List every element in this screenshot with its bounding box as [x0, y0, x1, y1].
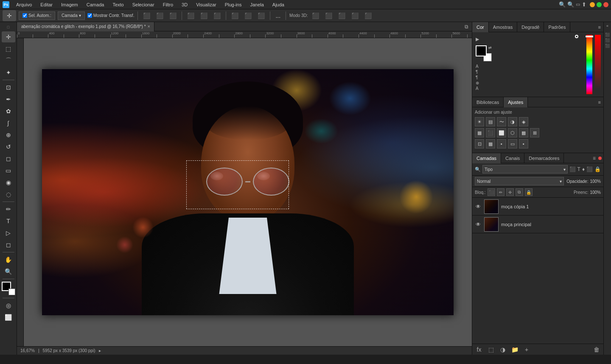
new-layer-icon[interactable]: + [522, 345, 531, 354]
vibrance-btn[interactable]: ◈ [519, 117, 528, 126]
delete-layer-icon[interactable]: 🗑 [592, 345, 601, 354]
menu-arquivo[interactable]: Arquivo [14, 1, 34, 8]
maximize-btn[interactable] [597, 2, 602, 7]
zoom-tool[interactable]: 🔍 [2, 266, 15, 277]
lock-all-btn[interactable]: 🔒 [525, 188, 533, 196]
add-mask-icon[interactable]: ⬚ [487, 345, 495, 354]
paragraph-align-btn[interactable]: ¶ [476, 70, 492, 74]
blend-mode-select[interactable]: Normal ▾ [475, 177, 564, 185]
spot-healing-tool[interactable]: ✿ [2, 106, 15, 117]
text-align-btn[interactable]: ¶ [476, 75, 492, 80]
path-select-tool[interactable]: ▷ [2, 227, 15, 238]
align-top-icon[interactable]: ⬛ [185, 11, 196, 20]
eyedropper-tool[interactable]: ✒ [2, 94, 15, 105]
tab-padroes[interactable]: Padrões [544, 22, 570, 32]
menu-texto[interactable]: Texto [111, 1, 125, 8]
menu-filtro[interactable]: Filtro [161, 1, 175, 8]
foreground-swatch[interactable] [476, 45, 487, 56]
more-options-icon[interactable]: ... [274, 11, 282, 20]
dodge-tool[interactable]: ◌ [2, 189, 15, 200]
tab-canais[interactable]: Canais [501, 153, 524, 163]
layer-filter-icon1[interactable]: ⬛ [569, 166, 576, 172]
minimize-btn[interactable] [590, 2, 595, 7]
menu-plugins[interactable]: Plug-ins [223, 1, 244, 8]
fg-bg-swatch[interactable]: ⇄ [476, 45, 492, 62]
fill-value[interactable]: 100% [590, 190, 601, 195]
bw-btn[interactable]: ⬜ [497, 128, 506, 137]
tab-amostras[interactable]: Amostras [489, 22, 517, 32]
layers-panel-menu[interactable]: ≡ [590, 155, 598, 161]
selective-color-btn[interactable]: ▪ [519, 139, 528, 148]
color-panel-menu[interactable]: ≡ [596, 25, 603, 30]
swap-colors-icon[interactable]: ⇄ [488, 45, 492, 50]
align-right-icon[interactable]: ⬛ [168, 11, 178, 20]
arrange-docs-icon[interactable]: ⧉ [461, 24, 472, 30]
layer-effects-icon[interactable]: fx [475, 345, 483, 354]
move-tool[interactable]: ✛ [2, 31, 15, 42]
layer-filter-icon3[interactable]: ♦ [582, 166, 585, 172]
auto-select-checkbox[interactable] [22, 13, 27, 18]
tab-ajustes[interactable]: Ajustes [504, 97, 528, 107]
magic-wand-tool[interactable]: ✦ [2, 67, 15, 78]
pen-tool[interactable]: ✏ [2, 204, 15, 215]
3d-pan-icon[interactable]: ⬛ [336, 11, 347, 20]
lasso-tool[interactable]: ⌒ [2, 55, 15, 66]
3d-slide-icon[interactable]: ⬛ [350, 11, 360, 20]
color-lookup-btn[interactable]: ⊞ [530, 128, 539, 137]
align-bottom-icon[interactable]: ⬛ [212, 11, 222, 20]
align-left-icon[interactable]: ⬛ [141, 11, 152, 20]
tab-camadas[interactable]: Camadas [472, 153, 501, 163]
share-icon[interactable]: ⬆ [582, 1, 586, 8]
tab-demarcadores[interactable]: Demarcadores [524, 153, 564, 163]
levels-btn[interactable]: ▤ [486, 117, 495, 126]
background-color[interactable] [8, 288, 15, 295]
adjustments-panel-menu[interactable]: ≡ [596, 100, 603, 105]
mini-icon-2[interactable]: ⬛ [604, 38, 611, 42]
tab-cor[interactable]: Cor [472, 22, 489, 32]
brush-tool[interactable]: ∫ [2, 118, 15, 129]
expand-status-icon[interactable]: ▸ [99, 348, 101, 353]
quick-mask-tool[interactable]: ◎ [2, 300, 15, 311]
color-balance-btn[interactable]: ⬛ [486, 128, 495, 137]
eraser-tool[interactable]: ◻ [2, 153, 15, 164]
history-brush-tool[interactable]: ↺ [2, 141, 15, 152]
gradient-tool[interactable]: ▭ [2, 165, 15, 176]
menu-editar[interactable]: Editar [39, 1, 54, 8]
layer-visibility-icon-1[interactable]: 👁 [475, 221, 482, 228]
menu-ajuda[interactable]: Ajuda [271, 1, 286, 8]
mini-collapse-btn[interactable]: « [604, 24, 611, 28]
posterize-btn[interactable]: ▦ [486, 139, 495, 148]
tab-degrade[interactable]: Degradê [517, 22, 544, 32]
align-center-v-icon[interactable]: ⬛ [199, 11, 209, 20]
menu-janela[interactable]: Janela [248, 1, 265, 8]
hsl-btn[interactable]: ▦ [475, 128, 484, 137]
menu-imagem[interactable]: Imagem [59, 1, 80, 8]
hand-tool[interactable]: ✋ [2, 254, 15, 265]
exposure-btn[interactable]: ◑ [508, 117, 517, 126]
clone-text-btn[interactable]: ⊕ [476, 81, 492, 85]
new-group-icon[interactable]: 📁 [510, 345, 519, 354]
clone-stamp-tool[interactable]: ⊕ [2, 129, 15, 140]
photoshop-canvas[interactable] [42, 69, 454, 315]
lock-image-btn[interactable]: ✏ [497, 188, 504, 196]
lock-transparent-btn[interactable]: ⬛ [488, 188, 495, 196]
distribute-more-icon[interactable]: ⬛ [256, 11, 266, 20]
gradient-map-btn[interactable]: ▭ [508, 139, 517, 148]
lock-position-btn[interactable]: ✛ [506, 188, 514, 196]
selection-tool[interactable]: ⬚ [2, 43, 15, 54]
tab-bibliotecas[interactable]: Bibliotecas [472, 97, 504, 107]
layer-filter-icon5[interactable]: 🔒 [594, 166, 601, 172]
menu-selecionar[interactable]: Selecionar [131, 1, 156, 8]
curves-btn[interactable]: 〜 [497, 117, 506, 126]
transform-checkbox[interactable] [87, 13, 92, 18]
move-tool-active[interactable]: ✛ [3, 10, 16, 21]
mini-icon-3[interactable]: ⬛ [604, 44, 611, 48]
layer-type-select[interactable]: Tipo ▾ [482, 165, 568, 174]
foreground-background-colors[interactable] [2, 282, 15, 295]
menu-camada[interactable]: Camada [85, 1, 106, 8]
opacity-value[interactable]: 100% [590, 179, 601, 184]
brightness-contrast-btn[interactable]: ☀ [475, 117, 484, 126]
menu-3d[interactable]: 3D [180, 1, 189, 8]
canvas-content[interactable] [24, 38, 472, 346]
document-tab[interactable]: aberração cromática e glitch - exemplo 1… [17, 22, 154, 31]
